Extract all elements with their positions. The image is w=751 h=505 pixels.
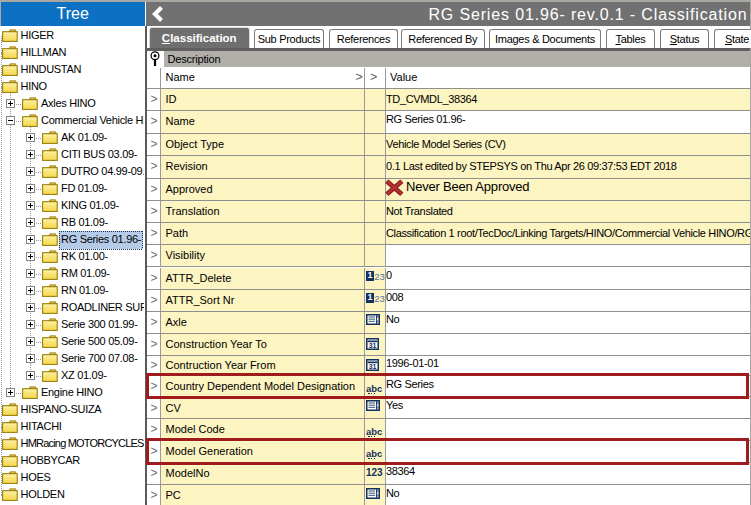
svg-text:31: 31 [369,342,377,349]
svg-text:31: 31 [369,363,377,370]
